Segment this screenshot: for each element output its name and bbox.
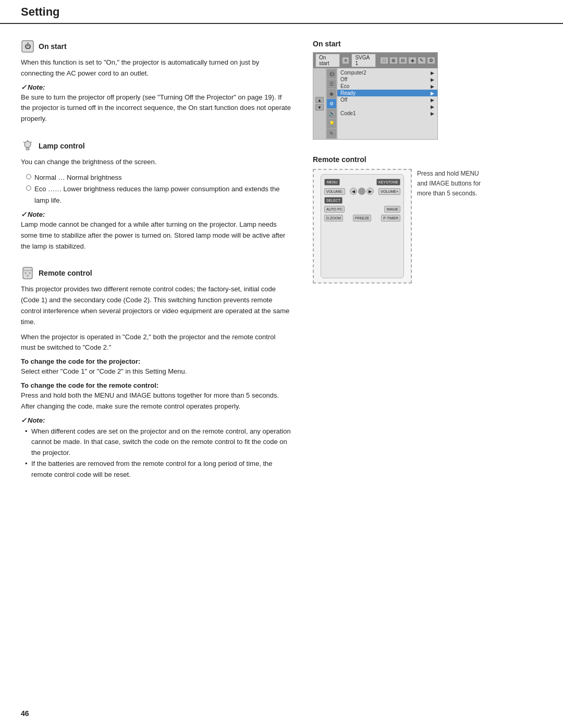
svg-line-5 [23,142,25,143]
proj-sidebar-icon-2: ☰ [327,79,336,89]
remote-top-row: MENU KEYSTONE [324,179,400,186]
proj-top-icon-1: □ [380,57,388,64]
lamp-bullet-normal: Normal … Normal brightness [26,172,292,183]
remote-label: Remote control [39,269,92,277]
remote-control-section: Remote control This projector provides t… [21,266,292,480]
remote-note: Note: When different codes are set on th… [21,416,292,480]
remote-body2: When the projector is operated in "Code … [21,332,292,354]
svg-line-6 [31,142,32,143]
lamp-note-text: Lamp mode cannot be changed for a while … [21,219,292,252]
change-remote-text: Press and hold both the MENU and IMAGE b… [21,390,292,412]
lamp-bullet-list: Normal … Normal brightness Eco …… Lower … [26,172,292,206]
lamp-note-label: Note: [21,211,292,218]
svg-point-11 [27,275,29,277]
freeze-btn: FREEZE [353,215,372,221]
main-content: ⏻ On start When this function is set to … [0,24,563,516]
proj-menu-top-icons: □ ⊞ ⊟ ◈ ✎ ⚙ [380,57,435,64]
remote-title-row: Remote control [21,266,292,280]
svg-rect-3 [26,147,29,150]
lamp-note: Note: Lamp mode cannot be changed for a … [21,211,292,252]
remote-note-item-2: If the batteries are removed from the re… [25,459,292,480]
on-start-section: ⏻ On start When this function is set to … [21,40,292,125]
svg-point-10 [29,272,31,274]
on-start-note-label: Note: [21,83,292,91]
proj-menu-top: On start ≡ SVGA 1 □ ⊞ ⊟ ◈ ✎ ⚙ [313,53,437,68]
on-start-title-row: ⏻ On start [21,40,292,53]
change-projector-label: To change the code for the projector: [21,357,292,365]
nav-left: ◀ [350,188,357,195]
image-btn: IMAGE [384,206,400,213]
remote-note-item-1: When different codes are set on the proj… [25,426,292,459]
volume-minus-btn: VOLUME- [324,188,345,195]
on-start-note-text: Be sure to turn the projector off proper… [21,92,292,125]
on-start-label: On start [39,42,67,51]
proj-sidebar-icon-6: 💡 [327,119,336,128]
lamp-label: Lamp control [39,142,85,150]
page-header: Setting [0,0,563,24]
remote-right-title: Remote control [313,155,490,164]
remote-control-right-section: Remote control MENU KEYSTONE VOLUME- [313,155,490,283]
proj-sidebar-icon-1: ⏻ [327,69,336,79]
proj-item-1: Off ▶ [337,76,437,83]
proj-svga-label: SVGA 1 [351,54,376,67]
lamp-icon [21,139,34,153]
right-column: On start On start ≡ SVGA 1 □ ⊞ ⊟ ◈ ✎ ⚙ [313,40,490,495]
remote-image: MENU KEYSTONE VOLUME- ◀ ▶ VOLUME+ [313,169,412,283]
bullet-dot-eco [26,186,31,191]
proj-menu-rows: ▲ ▼ ⏻ ☰ ◉ ⚙ 🔊 💡 ✎ [313,68,437,139]
ptimer-btn: P-TIMER [381,215,400,221]
auto-image-row: AUTO PC IMAGE [324,206,400,213]
projector-menu: On start ≡ SVGA 1 □ ⊞ ⊟ ◈ ✎ ⚙ [313,52,438,140]
svg-rect-7 [23,267,32,279]
nav-center [358,188,365,195]
proj-top-icon-4: ◈ [408,57,417,64]
select-btn: SELECT [324,197,342,204]
proj-nav-arrows: ▲ ▼ [313,68,326,139]
proj-sidebar: ⏻ ☰ ◉ ⚙ 🔊 💡 ✎ [326,68,337,139]
on-start-right-title: On start [313,40,490,48]
svg-point-9 [25,272,27,274]
page-title: Setting [21,5,542,19]
proj-nav-down[interactable]: ▼ [315,104,324,110]
dzoom-btn: D.ZOOM [324,215,343,221]
proj-icon-1: ≡ [342,57,350,64]
proj-top-icon-2: ⊞ [389,57,398,64]
remote-press-note: Press and hold MENU and IMAGE buttons fo… [417,169,490,199]
proj-nav-up[interactable]: ▲ [315,97,324,103]
auto-pc-btn: AUTO PC [324,206,345,213]
remote-icon [21,266,34,280]
menu-btn: MENU [324,179,340,186]
change-remote-label: To change the code for the remote contro… [21,381,292,389]
bullet-dot-normal [26,174,31,179]
proj-menu-items: Computer2 ▶ Off ▶ Eco ▶ Ready [337,68,437,139]
keystone-btn: KEYSTONE [376,179,400,186]
proj-sidebar-icon-3: ◉ [327,89,336,98]
bottom-row: D.ZOOM FREEZE P-TIMER [324,215,400,221]
proj-top-icon-5: ✎ [418,57,426,64]
lamp-title-row: Lamp control [21,139,292,153]
lamp-body: You can change the brightness of the scr… [21,157,292,168]
proj-top-icon-6: ⚙ [427,57,435,64]
proj-item-3-ready: Ready ▶ [337,90,437,96]
on-start-body: When this function is set to "On," the p… [21,57,292,79]
volume-row: VOLUME- ◀ ▶ VOLUME+ [324,188,400,195]
page-number: 46 [21,709,29,718]
remote-body-widget: MENU KEYSTONE VOLUME- ◀ ▶ VOLUME+ [321,174,404,278]
remote-note-list: When different codes are set on the proj… [25,426,292,480]
left-column: ⏻ On start When this function is set to … [21,40,292,495]
proj-sidebar-icon-4: ⚙ [327,99,336,108]
nav-right: ▶ [366,188,374,195]
proj-sidebar-icon-5: 🔊 [327,109,336,118]
change-projector-text: Select either "Code 1" or "Code 2" in th… [21,366,292,377]
svg-point-2 [25,141,31,147]
proj-item-6: Code1 ▶ [337,110,437,117]
on-start-panel: On start On start ≡ SVGA 1 □ ⊞ ⊟ ◈ ✎ ⚙ [313,40,490,140]
remote-area: MENU KEYSTONE VOLUME- ◀ ▶ VOLUME+ [313,169,490,283]
proj-sidebar-icon-7: ✎ [327,129,336,138]
proj-item-5: ▶ [337,103,437,110]
select-row: SELECT [324,197,400,204]
lamp-control-section: Lamp control You can change the brightne… [21,139,292,252]
svg-text:⏻: ⏻ [25,42,31,50]
proj-item-4: Off ▶ [337,96,437,103]
remote-note-label: Note: [21,416,292,424]
